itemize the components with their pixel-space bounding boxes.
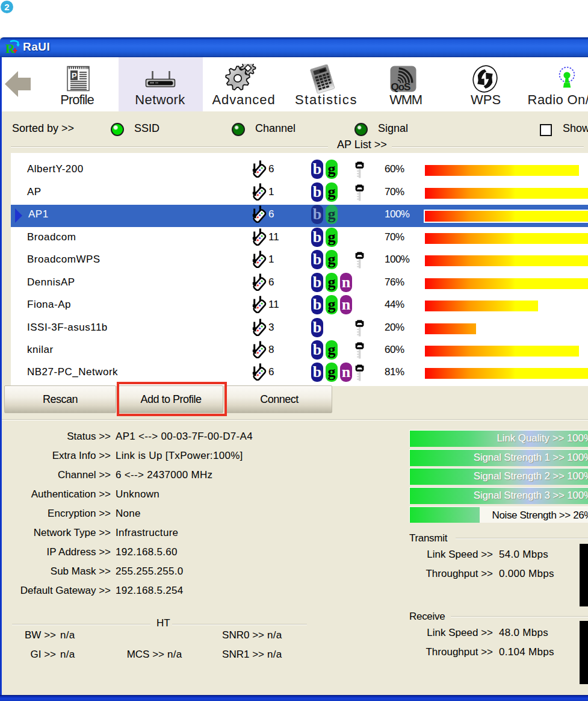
svg-text:P: P bbox=[72, 71, 77, 80]
svg-text:QoS: QoS bbox=[391, 81, 411, 92]
svg-text:R: R bbox=[5, 41, 16, 55]
